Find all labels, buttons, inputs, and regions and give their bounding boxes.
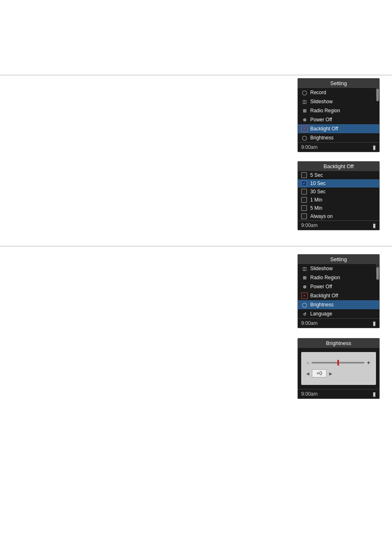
radio-10sec [301,181,307,186]
brightness-slider-track[interactable] [311,362,364,364]
radio-30sec [301,189,307,195]
backlight-1min[interactable]: 1 Min [298,196,379,204]
brightness-value-row: ◀ +0 ▶ [306,369,371,378]
backlight-icon: ✕ [301,125,308,132]
battery-icon-brightness: ▮ [373,391,376,397]
setting-item-slideshow[interactable]: ◫ Slideshow [298,97,379,106]
radio-5sec [301,172,307,178]
label-1min: 1 Min [310,197,322,203]
status-time-brightness: 9:00am [301,391,318,397]
language-label: Language [310,311,376,317]
brightness2-icon: ◯ [301,301,308,308]
brightness-slider-thumb [337,360,339,366]
label-10sec: 10 Sec [310,181,325,186]
setting-item-backlight-off[interactable]: ✕ Backlight Off [298,124,379,133]
status-bar-1: 9:00am ▮ [298,142,379,152]
language-icon: ☌ [301,310,308,317]
radio-icon: ⊞ [301,107,308,114]
brightness-icon: ◯ [301,134,308,141]
setting2-item-brightness[interactable]: ◯ Brightness [298,300,379,309]
divider-middle [0,246,392,246]
setting-panel-2: Setting ◫ Slideshow ⊞ Radio Region ⊗ Pow… [297,254,380,328]
page-container: Setting ◯ Record ◫ Slideshow ⊞ Radio Reg… [0,0,392,556]
power-off-label: Power Off [310,117,376,123]
backlight-off-panel: Backlight Off 5 Sec 10 Sec 30 Sec 1 Min … [297,161,380,230]
status-bar-2: 9:00am ▮ [298,318,379,328]
battery-icon-backlight: ▮ [373,222,376,229]
power-off2-label: Power Off [310,284,376,290]
brightness-increase-btn[interactable]: ▶ [329,371,332,376]
slideshow-icon: ◫ [301,98,308,105]
slideshow2-label: Slideshow [310,266,376,271]
setting-panel-2-header: Setting [298,255,379,264]
brightness-label: Brightness [310,135,376,141]
backlight-off-header: Backlight Off [298,162,379,171]
backlight2-icon: ✕ [301,292,308,299]
backlight-10sec[interactable]: 10 Sec [298,179,379,188]
setting2-item-slideshow[interactable]: ◫ Slideshow [298,264,379,273]
status-time-backlight: 9:00am [301,222,318,228]
radio-always-on [301,213,307,219]
label-5min: 5 Min [310,205,322,211]
brightness2-label: Brightness [310,302,376,308]
status-time-1: 9:00am [301,144,318,150]
battery-icon-1: ▮ [373,144,376,151]
brightness-panel: Brightness ☆ ✦ ◀ +0 ▶ 9:00am ▮ [297,338,380,399]
status-time-2: 9:00am [301,320,318,326]
brightness-decrease-btn[interactable]: ◀ [306,371,309,376]
label-30sec: 30 Sec [310,189,325,195]
backlight-always-on[interactable]: Always on [298,212,379,220]
sun-dim-icon: ☆ [306,361,310,365]
sun-bright-icon: ✦ [366,359,371,366]
brightness-value-box: +0 [312,369,327,378]
divider-top-1 [0,75,392,75]
status-bar-brightness: 9:00am ▮ [298,389,379,398]
setting2-item-language[interactable]: ☌ Language [298,309,379,318]
setting2-item-power-off[interactable]: ⊗ Power Off [298,282,379,291]
setting-panel-1-header: Setting [298,79,379,88]
backlight-off2-label: Backlight Off [310,293,376,299]
radio-region-label: Radio Region [310,108,376,114]
status-bar-backlight: 9:00am ▮ [298,220,379,230]
brightness-content: ☆ ✦ ◀ +0 ▶ [301,352,376,385]
backlight-off-label: Backlight Off [310,126,376,132]
setting-item-power-off[interactable]: ⊗ Power Off [298,115,379,124]
backlight-30sec[interactable]: 30 Sec [298,188,379,196]
setting-item-radio-region[interactable]: ⊞ Radio Region [298,106,379,115]
backlight-5sec[interactable]: 5 Sec [298,171,379,179]
battery-icon-2: ▮ [373,320,376,327]
slideshow2-icon: ◫ [301,265,308,272]
power2-icon: ⊗ [301,283,308,290]
setting-item-brightness[interactable]: ◯ Brightness [298,133,379,142]
power-icon: ⊗ [301,116,308,123]
label-always-on: Always on [310,213,333,219]
radio2-icon: ⊞ [301,274,308,281]
brightness-panel-header: Brightness [298,338,379,348]
radio-region2-label: Radio Region [310,275,376,280]
brightness-slider-row: ☆ ✦ [306,359,371,366]
slideshow-label: Slideshow [310,99,376,104]
setting-item-record[interactable]: ◯ Record [298,88,379,97]
record-icon: ◯ [301,89,308,96]
setting-panel-1: Setting ◯ Record ◫ Slideshow ⊞ Radio Reg… [297,78,380,152]
setting2-item-backlight-off[interactable]: ✕ Backlight Off [298,291,379,300]
radio-5min [301,205,307,211]
setting2-item-radio-region[interactable]: ⊞ Radio Region [298,273,379,282]
radio-1min [301,197,307,203]
record-label: Record [310,90,376,95]
backlight-5min[interactable]: 5 Min [298,204,379,212]
label-5sec: 5 Sec [310,172,323,178]
